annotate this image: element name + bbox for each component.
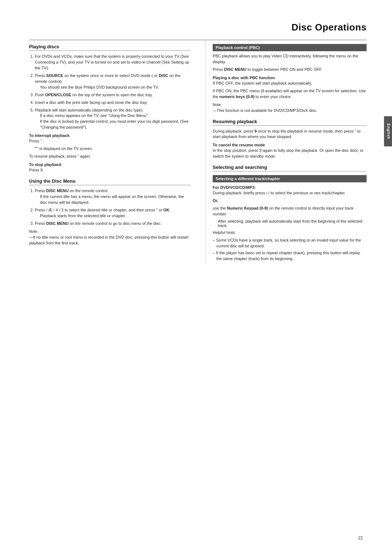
step5-indent2: If the disc is locked by parental contro… <box>35 119 191 130</box>
disc-menu-title: Using the Disc Menu <box>29 178 191 185</box>
right-column: Playback control (PBC) PBC playback allo… <box>205 40 367 263</box>
numeric-keypad-text: use the Numeric Keypad (0-9) on the remo… <box>213 206 367 217</box>
interrupt-heading: To interrupt playback <box>29 133 191 138</box>
step4-text: Insert a disc with the print side facing… <box>35 100 147 105</box>
or-bold: Or, <box>213 198 218 203</box>
helpful-hints-label: Helpful hints: <box>213 230 367 236</box>
list-item: Insert a disc with the print side facing… <box>35 100 191 106</box>
ok-bold: OK <box>163 208 170 212</box>
disc-menu-note: Note: —If no title menu or root menu is … <box>29 229 191 246</box>
pbc-note: Note: —This function is not available fo… <box>213 102 367 114</box>
list-item: Some VCDs have a single track, so track … <box>213 238 367 249</box>
after-selecting-text: After selecting, playback will automatic… <box>213 219 367 228</box>
resume-press-text: To resume playback, press ˜ again. <box>29 154 191 159</box>
list-item: Press DISC MENU on the remote control to… <box>35 221 191 227</box>
list-item: For DVDs and VCDs, make sure that the sy… <box>35 54 191 71</box>
pbc-description: PBC playback allows you to play Video CD… <box>213 53 367 65</box>
pbc-note-label: Note: <box>213 102 222 107</box>
open-close-bold: OPEN/CLOSE <box>45 93 71 97</box>
for-dvd-heading: For DVD/VCD/CD/MP3: <box>213 185 367 190</box>
dm-step3: Press DISC MENU on the remote control to… <box>35 221 162 226</box>
interrupt-text: Press ˜ . <box>29 138 191 144</box>
step2-text: Press SOURCE on the system once or more … <box>35 73 180 84</box>
interrupt-sub: "˜" is displayed on the TV screen. <box>29 146 191 152</box>
pbc-box-title: Playback control (PBC) <box>213 44 367 51</box>
step5-text: Playback will start automatically (depen… <box>35 108 144 112</box>
numeric-keypad-bold: Numeric Keypad (0-9) <box>227 206 268 210</box>
list-item: Push OPEN/CLOSE on the top of the system… <box>35 92 191 98</box>
source-bold: SOURCE <box>46 73 63 78</box>
note-text: Note: —If no title menu or root menu is … <box>29 229 191 246</box>
disc-menu-pbc: Press DISC MENU to toggle between PBC ON… <box>213 67 367 73</box>
pbc-on-text: If PBC ON, the PBC menu (if available) w… <box>213 88 367 100</box>
list-item: Press DISC MENU on the remote control. I… <box>35 188 191 206</box>
9-bold: 9 <box>254 129 257 133</box>
two-column-layout: Playing discs For DVDs and VCDs, make su… <box>29 40 367 263</box>
cancel-resume-heading: To cancel the resume mode <box>213 143 367 147</box>
dm-step1-indent: If the current title has a menu, the men… <box>35 194 191 206</box>
pbc-note-text: Note: —This function is not available fo… <box>213 102 367 114</box>
step5-indent1: If a disc menu appears on the TV, see "U… <box>35 113 191 119</box>
hints-list: Some VCDs have a single track, so track … <box>213 238 367 262</box>
stop-heading: To stop playback <box>29 162 191 167</box>
disc-menu-bold2: DISC MENU <box>46 221 69 226</box>
resuming-text: During playback, press 9 once to stop th… <box>213 129 367 140</box>
dm-step2-indent: Playback starts from the selected title … <box>35 213 191 219</box>
page-number: 21 <box>358 535 363 540</box>
left-column: Playing discs For DVDs and VCDs, make su… <box>29 40 194 263</box>
for-dvd-text: During playback, briefly press ı / to se… <box>213 190 367 196</box>
disc-menu-list: Press DISC MENU on the remote control. I… <box>29 188 191 227</box>
list-item: Press SOURCE on the system once or more … <box>35 73 191 90</box>
step3-text: Push OPEN/CLOSE on the top of the system… <box>35 93 153 97</box>
step2-indent: You should see the blue Philips DVD back… <box>35 85 191 90</box>
disc-menu-bold1: DISC MENU <box>46 189 69 193</box>
page-title: Disc Operations <box>29 22 367 33</box>
list-item: Playback will start automatically (depen… <box>35 108 191 131</box>
list-item: Press / Æ / 4 / 3 to select the desired … <box>35 207 191 219</box>
pbc-off-text: If PBC OFF, the system will start playba… <box>213 81 367 86</box>
selecting-title: Selecting and searching <box>213 165 367 171</box>
dm-step1: Press DISC MENU on the remote control. <box>35 189 109 193</box>
step1-text: For DVDs and VCDs, make sure that the sy… <box>35 54 189 70</box>
playing-discs-list: For DVDs and VCDs, make sure that the sy… <box>29 54 191 130</box>
disc-menu-pbc-bold: DISC MENU <box>224 67 246 72</box>
or-label: Or, <box>213 198 367 204</box>
list-item: If the player has been set to repeat cha… <box>213 250 367 262</box>
page: English Disc Operations Playing discs Fo… <box>0 0 392 555</box>
numeric-keys-bold: numeric keys (0-9) <box>219 94 254 99</box>
resuming-title: Resuming playback <box>213 119 367 126</box>
playing-discs-title: Playing discs <box>29 44 191 51</box>
selecting-box-label: Selecting a different track/chapter <box>213 175 367 182</box>
cancel-resume-text: In the stop position, press 9 again to f… <box>213 148 367 159</box>
language-tab: English <box>384 116 392 146</box>
note-label: Note: <box>29 229 38 234</box>
playing-pbc-heading: Playing a disc with PBC function <box>213 76 367 80</box>
disc-bold: DISC <box>159 73 168 78</box>
helpful-hints: Helpful hints: Some VCDs have a single t… <box>213 230 367 262</box>
dm-step2: Press / Æ / 4 / 3 to select the desired … <box>35 208 171 212</box>
stop-text: Press 9. <box>29 167 191 173</box>
